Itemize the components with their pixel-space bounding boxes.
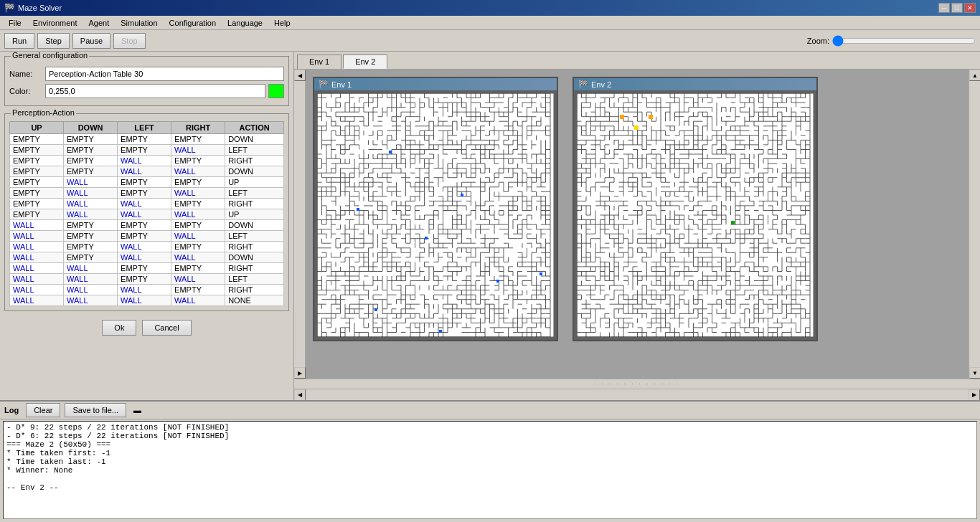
close-button[interactable]: ✕ (964, 3, 976, 13)
log-line: -- Env 2 -- (6, 483, 974, 492)
ok-button[interactable]: Ok (102, 320, 136, 336)
cell-r15-c4: NONE (225, 295, 284, 306)
log-line (6, 475, 974, 483)
env-window-2: 🏁 Env 2 (573, 77, 818, 341)
tab-env1[interactable]: Env 1 (297, 54, 341, 69)
menu-item-agent[interactable]: Agent (83, 17, 116, 29)
run-button[interactable]: Run (4, 33, 34, 49)
svg-rect-6100 (620, 115, 624, 119)
env-scroll-wrapper[interactable]: 🏁 Env 1 (306, 70, 969, 379)
perception-action-group: Perception-Action UP DOWN LEFT RIGHT ACT… (4, 113, 289, 311)
table-row: WALLEMPTYWALLEMPTYRIGHT (10, 242, 284, 252)
cell-r7-c1: WALL (64, 209, 118, 220)
color-input[interactable] (45, 84, 265, 98)
menu-item-simulation[interactable]: Simulation (115, 17, 163, 29)
table-row: EMPTYEMPTYEMPTYWALLLEFT (10, 145, 284, 156)
save-to-file-button[interactable]: Save to file... (65, 403, 126, 417)
vscroll-down-arrow[interactable]: ▼ (969, 367, 980, 379)
zoom-slider[interactable] (832, 35, 976, 47)
col-right: RIGHT (171, 122, 225, 134)
collapse-icon[interactable]: ▬ (131, 406, 144, 414)
cell-r11-c1: EMPTY (64, 252, 118, 263)
cell-r4-c0: EMPTY (10, 177, 64, 188)
table-row: WALLWALLEMPTYEMPTYRIGHT (10, 263, 284, 274)
svg-rect-6104 (731, 221, 735, 224)
cell-r5-c1: WALL (64, 188, 118, 199)
cell-r6-c0: EMPTY (10, 199, 64, 209)
cancel-button[interactable]: Cancel (142, 320, 191, 336)
app-title: Maze Solver (18, 4, 62, 12)
cell-r2-c3: EMPTY (171, 156, 225, 166)
cell-r8-c2: EMPTY (118, 220, 171, 231)
vscroll-up-arrow[interactable]: ▲ (969, 70, 980, 81)
color-swatch[interactable] (268, 84, 284, 98)
menu-item-language[interactable]: Language (222, 17, 268, 29)
cell-r8-c4: DOWN (225, 220, 284, 231)
env2-maze-svg (577, 93, 814, 337)
cell-r4-c1: WALL (64, 177, 118, 188)
svg-rect-3055 (439, 330, 442, 333)
main-area: General configuration Name: Color: Perce… (0, 52, 980, 522)
table-header-row: UP DOWN LEFT RIGHT ACTION (10, 122, 284, 134)
log-header: Log Clear Save to file... ▬ (0, 402, 980, 419)
menu-item-environment[interactable]: Environment (27, 17, 83, 29)
hscroll-left-arrow[interactable]: ◀ (294, 389, 306, 401)
cell-r9-c2: EMPTY (118, 231, 171, 242)
cell-r7-c3: WALL (171, 209, 225, 220)
tab-env2[interactable]: Env 2 (343, 54, 387, 69)
table-row: EMPTYWALLWALLWALLUP (10, 209, 284, 220)
cell-r15-c0: WALL (10, 295, 64, 306)
log-title: Log (4, 406, 19, 414)
cell-r0-c4: DOWN (225, 134, 284, 145)
perception-action-title: Perception-Action (11, 108, 76, 117)
table-row: WALLEMPTYWALLWALLDOWN (10, 252, 284, 263)
name-input[interactable] (45, 67, 284, 81)
cell-r2-c2: WALL (118, 156, 171, 166)
env-window-1: 🏁 Env 1 (313, 77, 558, 341)
log-content[interactable]: - D* 9: 22 steps / 22 iterations [NOT FI… (3, 421, 977, 519)
pause-button[interactable]: Pause (72, 33, 110, 49)
cell-r13-c1: WALL (64, 274, 118, 285)
env1-maze-svg (317, 93, 554, 337)
env2-icon: 🏁 (578, 80, 588, 89)
cell-r10-c2: WALL (118, 242, 171, 252)
menu-item-configuration[interactable]: Configuration (164, 17, 222, 29)
cell-r3-c4: DOWN (225, 166, 284, 177)
env-tabs: Env 1 Env 2 (294, 52, 980, 70)
table-row: WALLWALLEMPTYWALLLEFT (10, 274, 284, 285)
cell-r1-c4: LEFT (225, 145, 284, 156)
cell-r8-c1: EMPTY (64, 220, 118, 231)
content-area: General configuration Name: Color: Perce… (0, 52, 980, 400)
scroll-right-arrow[interactable]: ▶ (294, 367, 306, 379)
cell-r10-c3: EMPTY (171, 242, 225, 252)
cell-r4-c3: EMPTY (171, 177, 225, 188)
app-icon: 🏁 (4, 3, 15, 13)
env2-label: Env 2 (591, 80, 611, 89)
cell-r11-c2: WALL (118, 252, 171, 263)
title-bar-left: 🏁 Maze Solver (4, 3, 62, 13)
cell-r14-c4: RIGHT (225, 285, 284, 295)
log-line: * Time taken first: -1 (6, 449, 974, 457)
cell-r9-c3: WALL (171, 231, 225, 242)
cell-r15-c2: WALL (118, 295, 171, 306)
cell-r3-c1: EMPTY (64, 166, 118, 177)
menu-item-help[interactable]: Help (268, 17, 296, 29)
cell-r14-c0: WALL (10, 285, 64, 295)
minimize-button[interactable]: ─ (938, 3, 950, 13)
scroll-left-arrow[interactable]: ◀ (294, 70, 306, 81)
step-button[interactable]: Step (37, 33, 70, 49)
env-window-1-title: 🏁 Env 1 (314, 78, 557, 90)
col-down: DOWN (64, 122, 118, 134)
cell-r0-c0: EMPTY (10, 134, 64, 145)
cell-r7-c4: UP (225, 209, 284, 220)
maximize-button[interactable]: □ (951, 3, 963, 13)
hscroll-right-arrow[interactable]: ▶ (969, 389, 980, 401)
table-row: EMPTYWALLEMPTYEMPTYUP (10, 177, 284, 188)
cell-r4-c2: EMPTY (118, 177, 171, 188)
col-up: UP (10, 122, 64, 134)
table-row: EMPTYWALLWALLEMPTYRIGHT (10, 199, 284, 209)
stop-button[interactable]: Stop (113, 33, 146, 49)
clear-button[interactable]: Clear (26, 403, 60, 417)
log-line: * Time taken last: -1 (6, 457, 974, 466)
menu-item-file[interactable]: File (3, 17, 27, 29)
